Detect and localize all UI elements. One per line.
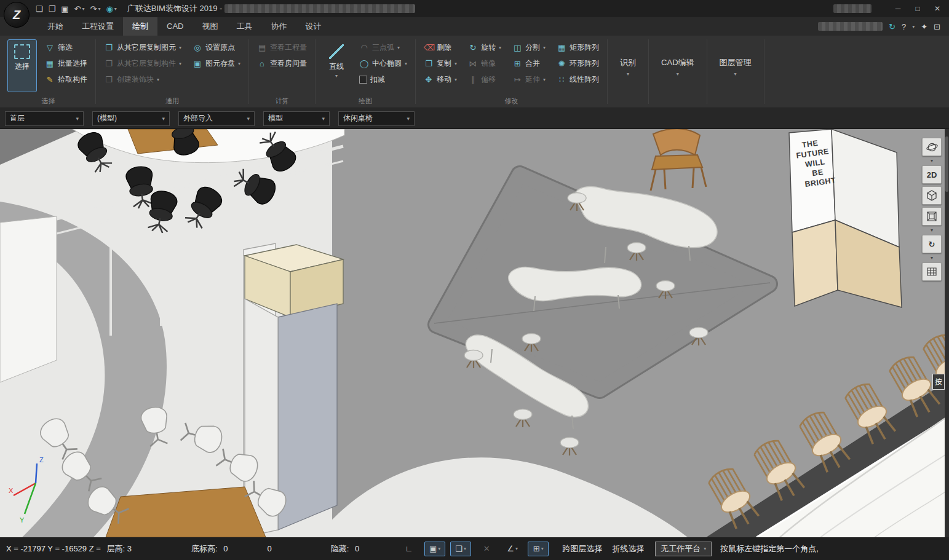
refresh-dropdown-arrow[interactable]: ▾ xyxy=(931,256,933,260)
ribbon-item-polar-array[interactable]: ✺环形阵列 xyxy=(555,57,601,70)
view-quantities-icon: ▤ xyxy=(257,43,267,52)
dropdown-arrow[interactable]: ▾ xyxy=(82,6,85,12)
minimize-button[interactable]: ─ xyxy=(889,1,907,17)
viewport-canvas[interactable]: THE FUTURE WILL BE BRIGHT xyxy=(0,129,949,537)
tab-collab[interactable]: 协作 xyxy=(261,17,296,36)
ribbon-item-mirror[interactable]: ⋈镜像 xyxy=(466,57,503,70)
redo-button[interactable]: ↷▾ xyxy=(90,4,101,14)
orbit-dropdown-arrow[interactable]: ▾ xyxy=(931,159,933,163)
combo-category-value: 模型 xyxy=(268,113,318,124)
combo-source[interactable]: 外部导入▾ xyxy=(178,111,255,126)
dropdown-arrow: ▾ xyxy=(541,546,544,551)
help-icon[interactable]: ? xyxy=(902,22,906,31)
combo-source-value: 外部导入 xyxy=(183,113,243,124)
ribbon-item-view-quantities[interactable]: ▤查看工程量 xyxy=(255,41,309,54)
dropdown-arrow[interactable]: ▾ xyxy=(114,6,117,12)
theme-icon[interactable]: ✦ xyxy=(921,22,927,31)
view-dropdown-arrow[interactable]: ▾ xyxy=(931,228,933,232)
coords-text: X = -21797 Y = -16529 Z = xyxy=(6,544,101,553)
work-plane-dropdown[interactable]: 无工作平台 ▾ xyxy=(655,542,712,556)
ribbon-item-rotate[interactable]: ↻旋转▾ xyxy=(466,41,503,54)
tab-view[interactable]: 视图 xyxy=(193,17,227,36)
ribbon-item-split[interactable]: ◫分割▾ xyxy=(510,41,547,54)
ribbon-item-delete[interactable]: ⌫删除 xyxy=(422,41,459,54)
tab-settings[interactable]: 工程设置 xyxy=(73,17,123,36)
save-button[interactable]: ▣ xyxy=(61,4,68,14)
big-button-line[interactable]: 直线▾ xyxy=(322,39,351,92)
wall-panel xyxy=(0,216,57,382)
app-logo[interactable]: Z xyxy=(4,2,30,28)
orbit-button[interactable] xyxy=(922,138,942,156)
group-separator xyxy=(764,39,764,104)
side-tooltip: 按 xyxy=(932,374,945,390)
extend-icon: ↦ xyxy=(512,75,522,84)
ribbon-item-set-origin[interactable]: ◎设置原点 xyxy=(191,41,242,54)
view-2d-label: 2D xyxy=(927,170,937,179)
status-bar: X = -21797 Y = -16529 Z = 层高: 3 底标高: 0 0… xyxy=(0,537,949,560)
tab-draw[interactable]: 绘制 xyxy=(123,17,157,36)
collaborate-button[interactable]: ◉▾ xyxy=(106,4,116,14)
combo-element-type[interactable]: 休闲桌椅▾ xyxy=(338,111,415,126)
maximize-button[interactable]: □ xyxy=(908,1,927,17)
perspective-view-button[interactable] xyxy=(922,207,942,226)
ribbon-item-merge[interactable]: ⊞合并 xyxy=(510,57,547,70)
ribbon-item-copy[interactable]: ❐复制▾ xyxy=(422,57,459,70)
pick-element-icon: ✎ xyxy=(45,75,55,84)
ribbon-item-copy-elements-from-layer[interactable]: ❐从其它层复制图元▾ xyxy=(102,41,183,54)
ribbon-item-filter[interactable]: ▽筛选 xyxy=(43,41,89,54)
ribbon-item-create-block[interactable]: ❒创建装饰块▾ xyxy=(102,73,183,86)
combo-category[interactable]: 模型▾ xyxy=(263,111,330,126)
tall-button-cad-edit[interactable]: CAD编辑▾ xyxy=(650,37,705,96)
new-file-button[interactable]: ❏ xyxy=(36,4,43,14)
undo-button[interactable]: ↶▾ xyxy=(74,4,85,14)
refresh-view-button[interactable]: ↻ xyxy=(922,235,942,253)
ribbon-item-move[interactable]: ✥移动▾ xyxy=(422,73,459,86)
tab-tools[interactable]: 工具 xyxy=(227,17,261,36)
ribbon-item-batch-select[interactable]: ▦批量选择 xyxy=(43,57,89,70)
open-file-button[interactable]: ❐ xyxy=(49,4,56,14)
viewport-scrollbar[interactable] xyxy=(945,129,949,537)
rect-select-mode-button[interactable]: ▣▾ xyxy=(424,542,445,556)
center-ellipse-icon: ◯ xyxy=(359,59,369,68)
dropdown-arrow: ▾ xyxy=(734,73,737,76)
combo-floor[interactable]: 首层▾ xyxy=(5,111,84,126)
angle-snap-button[interactable]: ∠▾ xyxy=(502,542,523,556)
tab-cad[interactable]: CAD xyxy=(157,17,193,36)
ribbon-item-rect-array[interactable]: ▦矩形阵列 xyxy=(555,41,601,54)
ribbon-item-deduction[interactable]: 扣减 xyxy=(357,73,409,86)
iso-view-button[interactable] xyxy=(922,186,942,205)
view-cube-mode-button[interactable]: ❑▾ xyxy=(450,542,471,556)
dropdown-arrow[interactable]: ▾ xyxy=(98,6,100,12)
layout-grid-button[interactable] xyxy=(922,262,942,281)
tab-start[interactable]: 开始 xyxy=(38,17,73,36)
help-dropdown-arrow[interactable]: ▾ xyxy=(912,24,915,30)
rect-select-mode-icon: ▣ xyxy=(429,544,437,553)
workspace-icon[interactable]: ⊡ xyxy=(934,22,940,31)
tall-button-recognize[interactable]: 识别▾ xyxy=(609,37,647,96)
close-button[interactable]: ✕ xyxy=(928,1,947,17)
coordinate-input-button[interactable]: ⊞▾ xyxy=(528,542,549,556)
ribbon-item-pick-element[interactable]: ✎拾取构件 xyxy=(43,73,89,86)
big-button-select-tool[interactable]: 选择 xyxy=(7,39,37,92)
collaborate-icon: ◉ xyxy=(106,4,113,14)
group-separator xyxy=(95,39,96,104)
tab-design[interactable]: 设计 xyxy=(296,17,330,36)
ribbon-item-center-ellipse[interactable]: ◯中心椭圆▾ xyxy=(357,57,409,70)
clear-selection-button[interactable]: ✕ xyxy=(476,542,497,556)
checkbox-icon[interactable] xyxy=(359,76,367,84)
ribbon-item-three-point-arc[interactable]: ◠三点弧▾ xyxy=(357,41,409,54)
ribbon-item-view-room-quantities[interactable]: ⌂查看房间量 xyxy=(255,57,309,70)
ribbon-item-linear-array[interactable]: ∷线性阵列 xyxy=(555,73,601,86)
ribbon-item-extend[interactable]: ↦延伸▾ xyxy=(510,73,547,86)
polyline-select-toggle[interactable]: 折线选择 xyxy=(612,543,644,554)
ribbon-item-copy-components-from-layer[interactable]: ❐从其它层复制构件▾ xyxy=(102,57,183,70)
refresh-icon[interactable]: ↻ xyxy=(889,22,895,31)
combo-model-filter[interactable]: (模型)▾ xyxy=(92,111,170,126)
tall-button-layer-manager[interactable]: 图层管理▾ xyxy=(709,37,763,96)
ribbon-item-offset[interactable]: ∥偏移 xyxy=(466,73,503,86)
ortho-button[interactable]: ∟ xyxy=(399,542,419,556)
ribbon-item-save-elements[interactable]: ▣图元存盘▾ xyxy=(191,57,242,70)
cross-layer-select-toggle[interactable]: 跨图层选择 xyxy=(562,543,602,554)
view-2d-button[interactable]: 2D xyxy=(922,165,942,184)
view-toolbar: ▾ 2D ▾ ↻ ▾ xyxy=(922,138,942,281)
